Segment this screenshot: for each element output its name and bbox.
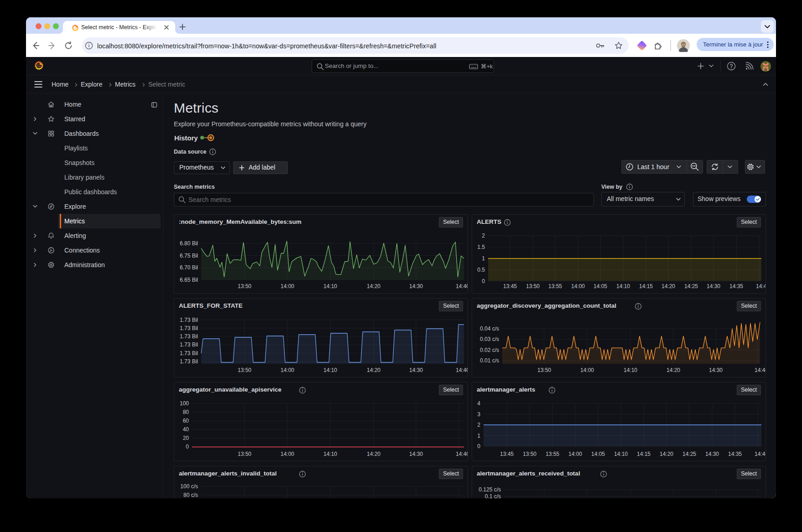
svg-text:13:50: 13:50 [523,451,536,457]
svg-text:14:00: 14:00 [281,367,294,373]
svg-text:2: 2 [482,232,485,239]
svg-text:0.03 c/s: 0.03 c/s [480,336,499,342]
svg-text:14:30: 14:30 [707,283,720,289]
svg-text:14:05: 14:05 [591,451,605,457]
svg-text:0.125 c/s: 0.125 c/s [479,486,501,493]
svg-text:14:25: 14:25 [682,451,696,457]
svg-text:6.80 Bil: 6.80 Bil [180,240,198,247]
svg-text:14:00: 14:00 [571,283,585,289]
svg-text:1.73 Bil: 1.73 Bil [180,350,198,356]
svg-text:14:20: 14:20 [367,367,380,373]
svg-text:14:35: 14:35 [729,283,743,289]
svg-text:13:45: 13:45 [500,451,514,457]
svg-text:13:50: 13:50 [537,367,551,373]
svg-text:0: 0 [482,278,485,284]
svg-text:14:20: 14:20 [660,451,673,457]
svg-text:1.73 Bil: 1.73 Bil [180,325,198,331]
svg-text:14:15: 14:15 [637,451,651,457]
svg-text:14:15: 14:15 [639,283,653,289]
svg-text:14:35: 14:35 [728,451,742,457]
svg-text:14:00: 14:00 [580,367,594,373]
svg-text:1.73 Bil: 1.73 Bil [180,333,198,340]
svg-text:100: 100 [180,400,189,407]
svg-text:14:10: 14:10 [323,451,337,457]
svg-text:100 c/s: 100 c/s [180,483,198,490]
svg-text:13:50: 13:50 [238,451,251,457]
svg-text:0: 0 [186,444,189,450]
svg-text:14:10: 14:10 [323,283,337,289]
svg-text:13:55: 13:55 [546,451,559,457]
svg-text:14:30: 14:30 [409,367,423,373]
svg-text:14:20: 14:20 [367,283,380,289]
svg-text:14:10: 14:10 [616,283,630,289]
svg-text:14:20: 14:20 [367,451,380,457]
svg-text:14:10: 14:10 [624,367,637,373]
svg-text:40: 40 [183,426,189,433]
svg-text:14:30: 14:30 [409,283,423,289]
svg-text:14:40: 14:40 [456,367,468,373]
svg-text:14:00: 14:00 [281,451,294,457]
svg-text:1.73 Bil: 1.73 Bil [180,358,198,365]
svg-text:14:40: 14:40 [755,367,766,373]
svg-text:6.75 Bil: 6.75 Bil [180,253,198,259]
svg-text:80: 80 [183,409,189,415]
svg-text:14:40: 14:40 [755,451,766,457]
svg-text:60: 60 [183,418,189,424]
svg-text:14:20: 14:20 [667,367,680,373]
svg-text:14:10: 14:10 [614,451,628,457]
svg-text:0.02 c/s: 0.02 c/s [480,347,499,353]
svg-text:14:40: 14:40 [456,451,468,457]
svg-text:1.5: 1.5 [477,244,485,250]
svg-text:14:30: 14:30 [709,367,723,373]
svg-text:14:00: 14:00 [568,451,582,457]
svg-text:14:40: 14:40 [756,283,766,289]
svg-text:2: 2 [477,422,480,428]
svg-text:0.1 c/s: 0.1 c/s [485,493,501,498]
svg-text:14:10: 14:10 [323,367,337,373]
svg-text:0.04 c/s: 0.04 c/s [480,325,499,332]
svg-text:14:20: 14:20 [661,283,675,289]
svg-text:14:05: 14:05 [594,283,607,289]
svg-text:4: 4 [477,400,480,407]
svg-text:1: 1 [482,255,485,262]
svg-text:3: 3 [477,411,480,418]
svg-text:14:30: 14:30 [705,451,719,457]
svg-text:13:50: 13:50 [238,283,251,289]
svg-text:0.5: 0.5 [477,267,485,273]
svg-text:0: 0 [477,443,480,449]
svg-text:14:30: 14:30 [409,451,423,457]
svg-text:1.73 Bil: 1.73 Bil [180,317,198,323]
svg-text:0.01 c/s: 0.01 c/s [480,357,499,364]
svg-text:6.70 Bil: 6.70 Bil [180,264,198,271]
svg-text:13:50: 13:50 [526,283,540,289]
svg-text:14:40: 14:40 [456,283,468,289]
svg-text:13:55: 13:55 [548,283,562,289]
svg-text:1: 1 [477,433,480,439]
svg-text:80 c/s: 80 c/s [183,492,198,498]
svg-text:14:25: 14:25 [684,283,698,289]
svg-text:13:50: 13:50 [238,367,251,373]
svg-text:6.65 Bil: 6.65 Bil [180,277,198,283]
svg-text:20: 20 [183,435,189,441]
svg-text:13:45: 13:45 [503,283,517,289]
svg-text:14:00: 14:00 [281,283,294,289]
svg-text:1.73 Bil: 1.73 Bil [180,341,198,348]
